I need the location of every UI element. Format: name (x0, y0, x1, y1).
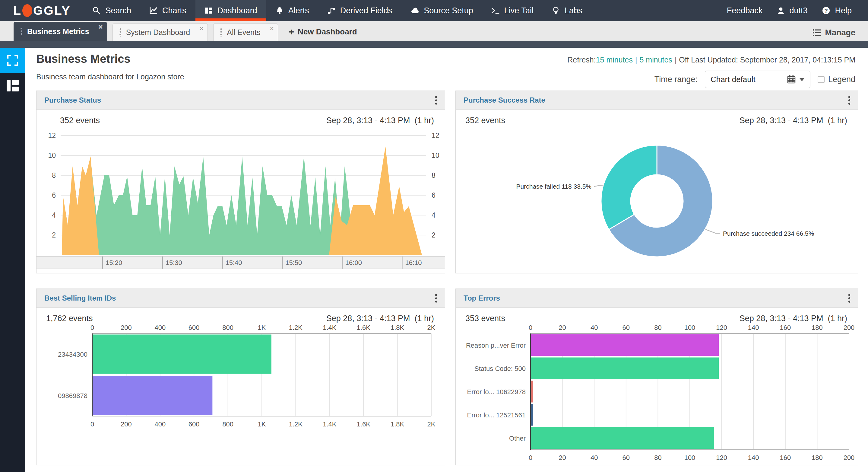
sidebar-item-dashboards[interactable] (0, 73, 25, 98)
legend-checkbox[interactable] (818, 76, 825, 83)
nav-item-search[interactable]: Search (83, 0, 140, 21)
new-dashboard-button[interactable]: + New Dashboard (288, 26, 357, 37)
svg-text:Purchase succeeded 234 66.5%: Purchase succeeded 234 66.5% (723, 230, 814, 237)
drag-handle-icon[interactable] (21, 27, 22, 36)
svg-text:Error lo... 10622978: Error lo... 10622978 (467, 388, 526, 396)
svg-text:1K: 1K (258, 420, 266, 428)
separator: | (633, 56, 640, 64)
line-chart-icon (149, 6, 158, 15)
nav-label: Source Setup (424, 6, 473, 16)
help-menu[interactable]: ? Help (818, 6, 855, 16)
svg-text:1.6K: 1.6K (357, 420, 371, 428)
nav-label: Search (105, 6, 131, 16)
tab-business-metrics[interactable]: Business Metrics × (13, 22, 107, 41)
logo-text-rest: GGLY (33, 4, 70, 18)
lightbulb-icon (552, 6, 560, 15)
svg-text:120: 120 (716, 454, 727, 462)
refresh-5-min-link[interactable]: 5 minutes (640, 56, 672, 64)
drag-handle-icon[interactable] (220, 28, 222, 37)
close-icon[interactable]: × (199, 25, 204, 32)
chart-time-range: Sep 28, 3:13 - 4:13 PM (1 hr) (740, 116, 847, 125)
drag-handle-icon[interactable] (119, 28, 121, 37)
svg-text:400: 400 (154, 324, 165, 331)
top-errors-bar-chart[interactable]: 0020204040606080801001001201201401401601… (456, 324, 858, 464)
panel-title: Best Selling Item IDs (44, 294, 116, 302)
feedback-link[interactable]: Feedback (723, 6, 766, 16)
nav-label: Feedback (727, 6, 763, 16)
loggly-logo[interactable]: LGGLY (0, 0, 83, 21)
username-label: dutt3 (789, 6, 807, 16)
svg-text:140: 140 (748, 454, 759, 462)
kebab-menu-icon[interactable] (435, 95, 437, 105)
close-icon[interactable]: × (270, 25, 274, 32)
time-range-label: Time range: (654, 75, 698, 84)
svg-text:0: 0 (91, 324, 94, 331)
svg-text:09869878: 09869878 (58, 392, 88, 400)
help-icon: ? (822, 6, 830, 15)
svg-text:80: 80 (654, 324, 661, 331)
svg-text:200: 200 (121, 420, 132, 428)
svg-text:8: 8 (52, 171, 56, 179)
close-icon[interactable]: × (98, 23, 103, 31)
nav-item-derived-fields[interactable]: Derived Fields (318, 0, 401, 21)
derived-fields-icon (327, 6, 336, 15)
svg-text:1.2K: 1.2K (289, 420, 303, 428)
bell-icon (275, 6, 284, 15)
tab-bar-divider (0, 41, 868, 48)
tab-system-dashboard[interactable]: System Dashboard × (113, 23, 208, 41)
plus-icon: + (288, 26, 294, 37)
svg-text:23434300: 23434300 (58, 351, 88, 358)
nav-item-dashboard[interactable]: Dashboard (195, 0, 266, 21)
legend-label: Legend (828, 75, 855, 84)
tab-label: Business Metrics (27, 27, 89, 36)
nav-item-live-tail[interactable]: Live Tail (482, 0, 542, 21)
tab-label: System Dashboard (126, 28, 190, 37)
kebab-menu-icon[interactable] (848, 95, 850, 105)
list-icon (813, 29, 821, 36)
tab-all-events[interactable]: All Events × (213, 23, 278, 41)
panel-header: Top Errors (456, 289, 858, 308)
nav-item-labs[interactable]: Labs (542, 0, 591, 21)
nav-item-source-setup[interactable]: Source Setup (401, 0, 482, 21)
nav-item-charts[interactable]: Charts (140, 0, 195, 21)
svg-text:200: 200 (843, 324, 855, 331)
page-title: Business Metrics (36, 53, 131, 65)
manage-button[interactable]: Manage (813, 28, 868, 37)
separator: | (672, 56, 679, 64)
svg-text:20: 20 (559, 324, 566, 331)
refresh-15-min-link[interactable]: 15 minutes (596, 56, 633, 64)
fullscreen-button[interactable] (0, 48, 25, 73)
svg-text:1.8K: 1.8K (391, 324, 404, 331)
svg-text:15:40: 15:40 (225, 259, 242, 266)
panel-title: Purchase Success Rate (464, 96, 545, 105)
kebab-menu-icon[interactable] (848, 293, 850, 303)
purchase-success-donut-chart[interactable]: Purchase succeeded 234 66.5%Purchase fai… (456, 126, 858, 271)
chart-time-range: Sep 28, 3:13 - 4:13 PM (1 hr) (326, 116, 434, 125)
refresh-off-option[interactable]: Off (679, 56, 689, 64)
svg-text:0: 0 (91, 420, 94, 428)
svg-text:2K: 2K (427, 324, 435, 331)
purchase-status-area-chart[interactable]: 224466881010121215:2015:3015:4015:5016:0… (36, 126, 445, 272)
time-range-select[interactable]: Chart default (705, 70, 810, 88)
panel-title: Purchase Status (44, 96, 101, 105)
nav-label: Live Tail (504, 6, 533, 16)
nav-item-alerts[interactable]: Alerts (266, 0, 318, 21)
tab-label: All Events (227, 28, 260, 37)
user-menu[interactable]: dutt3 (773, 6, 811, 16)
events-count: 353 events (465, 314, 505, 323)
top-nav: LGGLY Search Charts Dashboard Alerts Der… (0, 0, 868, 21)
nav-label: Derived Fields (340, 6, 392, 16)
svg-text:12: 12 (48, 131, 56, 140)
cloud-icon (410, 6, 419, 15)
svg-text:4: 4 (52, 211, 56, 219)
svg-text:180: 180 (812, 454, 823, 462)
last-updated-text: Last Updated: September 28, 2017, 04:13:… (691, 56, 855, 64)
svg-text:200: 200 (843, 454, 855, 462)
svg-text:Reason p...ver Error: Reason p...ver Error (466, 342, 526, 349)
kebab-menu-icon[interactable] (435, 293, 437, 303)
svg-text:60: 60 (622, 324, 630, 331)
svg-text:6: 6 (52, 191, 56, 199)
user-icon (777, 7, 785, 14)
best-selling-bar-chart[interactable]: 002002004004006006008008001K1K1.2K1.2K1.… (36, 324, 445, 431)
expand-icon (6, 54, 19, 67)
